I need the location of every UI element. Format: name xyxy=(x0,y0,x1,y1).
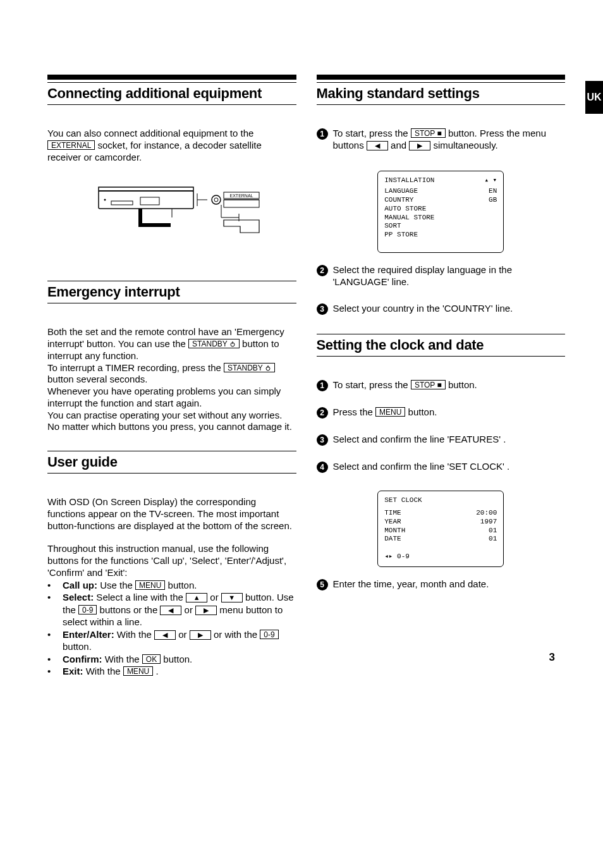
right-column: Making standard settings 1 To start, pre… xyxy=(317,75,566,678)
osd-row-value: EN xyxy=(489,187,497,196)
osd-row-label: AUTO STORE xyxy=(384,205,497,214)
text: With the xyxy=(102,654,142,664)
label: Enter/Alter: xyxy=(63,629,114,640)
text: Enter the time, year, month and date. xyxy=(333,578,566,590)
text: or xyxy=(207,592,221,602)
svg-rect-3 xyxy=(111,201,133,205)
osd-arrows-icon: ▴ ▾ xyxy=(484,176,497,185)
text: buttons or the xyxy=(97,604,160,615)
step-badge: 5 xyxy=(317,579,328,590)
paragraph: You can also connect additional equipmen… xyxy=(47,128,296,163)
stop-button-label: STOP ■ xyxy=(411,128,446,138)
text: or xyxy=(181,604,195,615)
step-2: 2 Press the MENU button. xyxy=(317,406,566,419)
step-badge: 2 xyxy=(317,265,328,276)
osd-row-value: GB xyxy=(489,196,497,205)
text: Select a line with the xyxy=(94,592,186,602)
section-title-emergency: Emergency interrupt xyxy=(47,284,296,300)
text: or with the xyxy=(211,629,260,640)
text: To interrupt a TIMER recording, press th… xyxy=(47,362,224,373)
button-reference-list: • Call up: Use the MENU button. • Select… xyxy=(47,579,296,678)
section-title-connecting: Connecting additional equipment xyxy=(47,85,296,102)
ok-button-label: OK xyxy=(142,654,161,664)
step-5: 5 Enter the time, year, month and date. xyxy=(317,578,566,590)
step-1: 1 To start, press the STOP ■ button. xyxy=(317,379,566,391)
paragraph: With OSD (On Screen Display) the corresp… xyxy=(47,496,296,532)
label: Exit: xyxy=(63,666,83,676)
right-arrow-icon: ▶ xyxy=(409,141,430,150)
left-arrow-icon: ◀ xyxy=(154,630,176,640)
svg-point-2 xyxy=(104,199,106,201)
osd-row-label: SORT xyxy=(384,222,497,231)
osd-set-clock-screen: SET CLOCK TIME20:00 YEAR1997 MONTH01 DAT… xyxy=(377,491,504,567)
num-button-label: 0-9 xyxy=(260,630,278,639)
osd-row-value: 01 xyxy=(489,527,497,535)
text: Select and confirm the line 'FEATURES' . xyxy=(333,434,566,446)
manual-page: UK Connecting additional equipment You c… xyxy=(0,0,603,709)
text: Use the xyxy=(97,580,135,590)
step-badge: 4 xyxy=(317,462,328,473)
section-title-clock: Setting the clock and date xyxy=(317,337,566,353)
standby-button-label: STANDBY xyxy=(224,363,275,372)
step-badge: 3 xyxy=(317,434,328,446)
text: button. xyxy=(161,654,192,664)
osd-row-label: YEAR xyxy=(384,518,401,527)
divider xyxy=(47,281,296,281)
osd-row-value: 1997 xyxy=(480,518,497,527)
text: You can also connect additional equipmen… xyxy=(47,128,253,138)
divider xyxy=(317,82,566,83)
left-arrow-icon: ◀ xyxy=(367,141,388,150)
up-arrow-icon: ▲ xyxy=(186,593,207,602)
divider xyxy=(47,82,296,83)
down-arrow-icon: ▼ xyxy=(221,593,243,602)
osd-hint: ◂▸ 0-9 xyxy=(384,553,497,561)
external-button-label: EXTERNAL xyxy=(47,140,95,150)
text: button. xyxy=(63,641,92,652)
osd-title: SET CLOCK xyxy=(384,496,497,505)
text: Select and confirm the line 'SET CLOCK' … xyxy=(333,461,566,473)
text: . xyxy=(153,666,158,676)
num-button-label: 0-9 xyxy=(78,605,97,614)
text: Select the required display language in … xyxy=(333,264,566,288)
svg-text:EXTERNAL: EXTERNAL xyxy=(229,193,253,198)
connection-diagram: EXTERNAL xyxy=(77,174,267,244)
section-title-userguide: User guide xyxy=(47,454,296,470)
step-badge: 3 xyxy=(317,303,328,315)
text: Select your country in the 'COUNTRY' lin… xyxy=(333,303,566,315)
label: Select: xyxy=(63,592,94,602)
text: button. xyxy=(165,580,197,590)
svg-rect-0 xyxy=(99,191,193,209)
divider xyxy=(317,334,566,334)
paragraph: Throughout this instruction manual, use … xyxy=(47,543,296,578)
divider xyxy=(47,75,296,80)
step-2: 2 Select the required display language i… xyxy=(317,264,566,288)
menu-button-label: MENU xyxy=(135,580,165,590)
divider xyxy=(47,451,296,451)
two-column-layout: Connecting additional equipment You can … xyxy=(47,75,565,678)
text: button. xyxy=(446,379,477,390)
osd-title: INSTALLATION xyxy=(384,176,434,185)
stop-button-label: STOP ■ xyxy=(411,380,446,389)
step-1: 1 To start, press the STOP ■ button. Pre… xyxy=(317,128,566,152)
osd-row-label: TIME xyxy=(384,509,401,518)
step-badge: 1 xyxy=(317,380,328,391)
step-4: 4 Select and confirm the line 'SET CLOCK… xyxy=(317,461,566,473)
step-3: 3 Select and confirm the line 'FEATURES'… xyxy=(317,434,566,446)
left-arrow-icon: ◀ xyxy=(160,606,181,615)
paragraph: Both the set and the remote control have… xyxy=(47,326,296,362)
list-item: • Select: Select a line with the ▲ or ▼ … xyxy=(47,591,296,628)
label: Confirm: xyxy=(63,654,102,664)
osd-row-label: MANUAL STORE xyxy=(384,214,497,223)
svg-point-5 xyxy=(212,195,221,204)
list-item: • Exit: With the MENU . xyxy=(47,665,296,678)
standby-button-label: STANDBY xyxy=(188,339,240,348)
paragraph: You can practise operating your set with… xyxy=(47,410,296,434)
step-badge: 1 xyxy=(317,128,328,140)
step-badge: 2 xyxy=(317,407,328,419)
text: To start, press the xyxy=(333,379,411,390)
paragraph: Whenever you have operating problems you… xyxy=(47,386,296,410)
svg-rect-4 xyxy=(140,197,159,205)
text: button several seconds. xyxy=(47,374,147,384)
text: or xyxy=(176,629,190,640)
osd-row-label: MONTH xyxy=(384,527,405,535)
